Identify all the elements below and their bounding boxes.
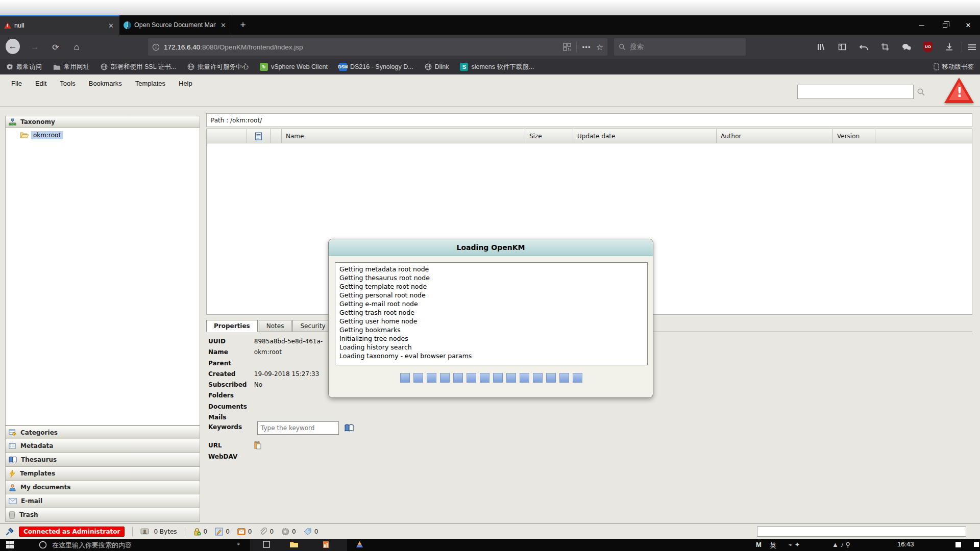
download-icon[interactable]	[942, 40, 957, 54]
header-spacer[interactable]	[271, 129, 282, 143]
tab-properties[interactable]: Properties	[206, 320, 258, 332]
restore-button[interactable]	[933, 15, 957, 35]
tray-app-icon[interactable]	[955, 542, 961, 547]
bookmark-most-visited[interactable]: 最常访问	[6, 63, 42, 71]
stack-section-categories[interactable]: Categories	[5, 425, 200, 439]
clipboard-copy-icon[interactable]	[254, 441, 261, 449]
library-icon[interactable]	[814, 40, 828, 54]
bookmark-mobile[interactable]: 移动版书签	[934, 63, 974, 71]
header-author[interactable]: Author	[717, 129, 833, 143]
header-name[interactable]: Name	[282, 129, 525, 143]
cortana-icon[interactable]	[39, 541, 47, 549]
menu-item[interactable]: Bookmarks	[89, 80, 122, 87]
categories-icon	[9, 429, 16, 436]
globe-icon	[187, 63, 194, 70]
home-button[interactable]: ⌂	[69, 40, 84, 54]
tab-openkm[interactable]: Open Source Document Man ✕	[119, 15, 232, 35]
crop-tool-icon[interactable]	[878, 40, 892, 54]
thesaurus-lookup-icon[interactable]	[344, 424, 354, 432]
tree-node-label: okm:root	[31, 131, 63, 139]
bookmark-ds216[interactable]: DSM DS216 - Synology D...	[339, 63, 413, 71]
tab-close-icon[interactable]: ✕	[107, 22, 115, 30]
ime-m-icon[interactable]: M	[756, 541, 762, 548]
new-tab-button[interactable]: +	[236, 18, 250, 32]
taskbar-search-placeholder[interactable]: 在这里输入你要搜索的内容	[52, 541, 132, 550]
property-row: Documents	[208, 402, 423, 412]
windows-start-icon[interactable]	[6, 541, 14, 548]
bookmarks-toolbar: 最常访问 常用网址 部署和使用 SSL 证书... 批量许可服务中心 ↻ vSp…	[0, 59, 980, 74]
url-bar[interactable]: 172.16.6.40 :8080/OpenKM/frontend/index.…	[148, 38, 607, 56]
forward-button[interactable]: →	[28, 40, 42, 54]
bookmark-license-center[interactable]: 批量许可服务中心	[187, 63, 249, 71]
tray-icons[interactable]: ▲ ♪ ⚲	[832, 541, 850, 548]
minimize-button[interactable]	[910, 15, 933, 35]
header-type-column[interactable]	[247, 129, 271, 143]
search-bar[interactable]: 搜索	[614, 38, 746, 56]
menu-item[interactable]: Help	[179, 80, 192, 87]
tab-notes[interactable]: Notes	[259, 320, 292, 332]
property-label: UUID	[208, 336, 252, 347]
header-spacer[interactable]	[875, 129, 972, 143]
stack-section-label: Metadata	[20, 442, 53, 449]
menu-item[interactable]: Edit	[35, 80, 46, 87]
count-value: 0	[248, 528, 252, 535]
orange-app-icon[interactable]	[323, 541, 329, 548]
bookmark-vsphere[interactable]: ↻ vSphere Web Client	[260, 63, 328, 71]
menu-item[interactable]: Templates	[135, 80, 165, 87]
stack-section-taxonomy[interactable]: Taxonomy	[5, 116, 200, 128]
keyword-input[interactable]	[257, 421, 339, 435]
quick-search-input[interactable]	[797, 85, 914, 99]
header-size[interactable]: Size	[525, 129, 573, 143]
property-label: Parent	[208, 358, 252, 369]
header-update-date[interactable]: Update date	[573, 129, 717, 143]
tab-close-icon[interactable]: ✕	[219, 21, 228, 29]
page-actions-icon[interactable]: •••	[582, 43, 591, 51]
menu-item[interactable]: Tools	[60, 80, 75, 87]
subscription-count: 0	[237, 528, 252, 535]
chat-wechat-icon[interactable]	[899, 40, 914, 54]
bookmark-label: vSphere Web Client	[271, 63, 328, 70]
quick-search-icon[interactable]	[917, 88, 925, 96]
statusbar-input[interactable]	[757, 527, 966, 537]
back-button[interactable]: ←	[6, 39, 20, 54]
menu-hamburger-icon[interactable]	[965, 40, 979, 54]
close-button[interactable]: ✕	[957, 15, 980, 35]
bookmark-dlink[interactable]: Dlink	[425, 63, 449, 70]
ublock-shield-icon[interactable]: UO	[921, 40, 935, 54]
stack-section-my-documents[interactable]: My documents	[5, 481, 200, 494]
tree-node-okm-root[interactable]: okm:root	[20, 131, 200, 139]
stack-section-templates[interactable]: Templates	[5, 467, 200, 481]
dialog-title[interactable]: Loading OpenKM	[329, 239, 653, 256]
gear-icon	[6, 63, 13, 70]
menu-item[interactable]: File	[11, 80, 22, 87]
qr-code-icon[interactable]	[563, 43, 571, 51]
clock[interactable]: 16:43	[897, 540, 914, 548]
sidebar-toggle-icon[interactable]	[835, 40, 849, 54]
tab-title: null	[14, 22, 104, 29]
file-explorer-icon[interactable]	[289, 541, 299, 548]
stack-section-trash[interactable]: Trash	[5, 508, 200, 522]
header-version[interactable]: Version	[833, 129, 875, 143]
tab-security[interactable]: Security	[292, 320, 333, 332]
bookmark-folder-sites[interactable]: 常用网址	[53, 63, 89, 71]
attachment-count: 0	[259, 528, 274, 536]
tray-icons[interactable]: ⌁ ✦	[789, 541, 800, 548]
property-value: 19-09-2018 15:27:33	[254, 370, 319, 378]
stack-section-email[interactable]: E-mail	[5, 494, 200, 508]
bookmark-siemens[interactable]: S siemens 软件下载服...	[460, 63, 534, 71]
tab-null[interactable]: null ✕	[0, 15, 119, 35]
reload-button[interactable]: ⟳	[48, 40, 63, 54]
pen-icon[interactable]: ⌖	[237, 541, 240, 547]
stack-section-thesaurus[interactable]: Thesaurus	[5, 453, 200, 467]
ime-language-indicator[interactable]: 英	[770, 541, 776, 550]
alert-triangle-icon[interactable]	[944, 78, 974, 103]
bookmark-star-icon[interactable]: ☆	[596, 42, 603, 52]
photos-app-icon[interactable]	[356, 541, 363, 548]
bookmark-ssl-docs[interactable]: 部署和使用 SSL 证书...	[101, 63, 176, 71]
show-desktop-button[interactable]	[974, 542, 979, 547]
task-view-icon[interactable]	[263, 541, 270, 548]
stack-section-label: Categories	[20, 429, 58, 436]
undo-screenshot-icon[interactable]	[856, 40, 871, 54]
stack-section-metadata[interactable]: Metadata	[5, 439, 200, 453]
header-spacer[interactable]	[207, 129, 247, 143]
